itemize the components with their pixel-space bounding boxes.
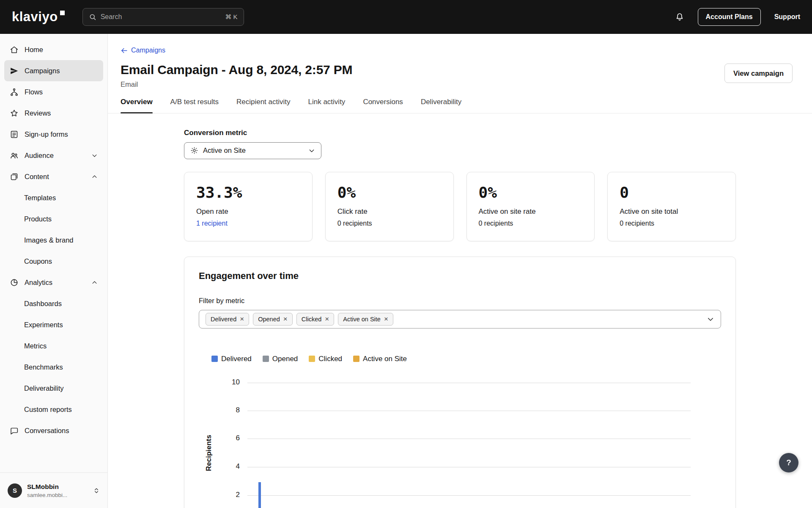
- sidebar-item-home[interactable]: Home: [4, 39, 103, 60]
- chart-bar-delivered[interactable]: [258, 482, 261, 508]
- star-icon: [10, 109, 19, 118]
- sidebar: Home Campaigns Flows Reviews Sign-up for…: [0, 34, 108, 508]
- sidebar-item-campaigns[interactable]: Campaigns: [4, 60, 103, 81]
- sidebar-item-deliverability[interactable]: Deliverability: [4, 378, 103, 399]
- sidebar-item-analytics[interactable]: Analytics: [4, 272, 103, 293]
- recipient-count-link[interactable]: 1 recipient: [196, 220, 300, 227]
- sidebar-label: Templates: [24, 194, 56, 202]
- remove-chip-icon[interactable]: ×: [384, 315, 388, 323]
- overview-tab-content: Conversion metric Active on Site 33.3% O…: [121, 113, 793, 508]
- sidebar-item-reviews[interactable]: Reviews: [4, 102, 103, 124]
- account-switcher[interactable]: S SLMobbin samlee.mobbi...: [0, 472, 107, 508]
- gridline: [247, 383, 691, 383]
- y-tick: 4: [223, 462, 240, 471]
- remove-chip-icon[interactable]: ×: [325, 315, 329, 323]
- sidebar-item-metrics[interactable]: Metrics: [4, 335, 103, 356]
- remove-chip-icon[interactable]: ×: [240, 315, 244, 323]
- chat-icon: [10, 426, 19, 435]
- chip-clicked[interactable]: Clicked ×: [296, 313, 334, 326]
- metric-filter-select[interactable]: Delivered × Opened × Clicked × Active on…: [199, 310, 721, 329]
- sidebar-label: Products: [24, 215, 52, 223]
- bell-icon: [675, 12, 684, 22]
- chip-active-on-site[interactable]: Active on Site ×: [338, 313, 393, 326]
- sidebar-label: Metrics: [24, 342, 47, 350]
- account-plans-button[interactable]: Account Plans: [698, 8, 761, 26]
- metric-card-active-on-site-rate: 0% Active on site rate 0 recipients: [466, 172, 595, 241]
- tab-link-activity[interactable]: Link activity: [308, 98, 346, 113]
- sidebar-label: Coupons: [24, 257, 52, 265]
- metric-value: 0%: [479, 184, 583, 201]
- breadcrumb-campaigns[interactable]: Campaigns: [121, 47, 165, 54]
- tab-deliverability[interactable]: Deliverability: [421, 98, 461, 113]
- sidebar-item-images-brand[interactable]: Images & brand: [4, 229, 103, 251]
- sidebar-label: Benchmarks: [24, 363, 63, 371]
- avatar: S: [8, 483, 22, 498]
- notifications-button[interactable]: [675, 12, 684, 22]
- chevron-up-down-icon: [93, 487, 100, 494]
- user-email: samlee.mobbi...: [27, 492, 67, 498]
- sidebar-item-content[interactable]: Content: [4, 166, 103, 187]
- arrow-left-icon: [121, 47, 128, 54]
- content-icon: [10, 172, 19, 181]
- sidebar-label: Images & brand: [24, 236, 73, 244]
- tab-overview[interactable]: Overview: [121, 98, 153, 113]
- metric-value: 0: [620, 184, 724, 201]
- sidebar-item-conversations[interactable]: Conversations: [4, 420, 103, 441]
- view-campaign-button[interactable]: View campaign: [724, 64, 793, 83]
- metric-label: Click rate: [337, 207, 442, 216]
- y-axis-label-wrap: Recipients: [200, 383, 218, 508]
- search-shortcut: ⌘ K: [225, 13, 237, 21]
- user-name: SLMobbin: [27, 483, 67, 491]
- conversion-metric-select[interactable]: Active on Site: [184, 142, 321, 159]
- topbar: klaviyo ⌘ K Account Plans Support: [0, 0, 812, 34]
- y-tick: 6: [223, 434, 240, 442]
- sidebar-item-experiments[interactable]: Experiments: [4, 314, 103, 335]
- remove-chip-icon[interactable]: ×: [283, 315, 288, 323]
- sidebar-item-custom-reports[interactable]: Custom reports: [4, 399, 103, 420]
- global-search[interactable]: ⌘ K: [82, 8, 244, 26]
- metric-label: Active on site rate: [479, 207, 583, 216]
- sidebar-item-signup-forms[interactable]: Sign-up forms: [4, 124, 103, 145]
- logo-flag-icon: [60, 11, 65, 15]
- sidebar-label: Audience: [25, 152, 54, 160]
- sidebar-item-dashboards[interactable]: Dashboards: [4, 293, 103, 314]
- page-header: Campaigns Email Campaign - Aug 8, 2024, …: [121, 47, 793, 88]
- sidebar-item-templates[interactable]: Templates: [4, 187, 103, 208]
- sidebar-item-coupons[interactable]: Coupons: [4, 251, 103, 272]
- legend-swatch: [263, 356, 269, 362]
- klaviyo-logo[interactable]: klaviyo: [12, 9, 65, 25]
- chevron-up-icon: [91, 174, 98, 180]
- metric-label: Active on site total: [620, 207, 724, 216]
- sidebar-item-audience[interactable]: Audience: [4, 145, 103, 166]
- chart-legend: Delivered Opened Clicked Active on Site: [211, 355, 721, 363]
- metric-value: 33.3%: [196, 184, 300, 201]
- sidebar-label: Sign-up forms: [25, 130, 68, 138]
- sidebar-item-benchmarks[interactable]: Benchmarks: [4, 356, 103, 378]
- logo-text: klaviyo: [12, 9, 58, 24]
- metric-card-click-rate: 0% Click rate 0 recipients: [325, 172, 454, 241]
- sidebar-item-flows[interactable]: Flows: [4, 81, 103, 102]
- conversion-metric-label: Conversion metric: [184, 129, 736, 137]
- chevron-down-icon[interactable]: [707, 315, 714, 323]
- main-content: Campaigns Email Campaign - Aug 8, 2024, …: [108, 34, 812, 508]
- sidebar-label: Home: [25, 46, 43, 54]
- campaign-type-label: Email: [121, 80, 793, 88]
- tab-recipient-activity[interactable]: Recipient activity: [236, 98, 291, 113]
- sidebar-item-products[interactable]: Products: [4, 208, 103, 229]
- search-input[interactable]: [101, 13, 221, 21]
- tab-ab-test-results[interactable]: A/B test results: [170, 98, 219, 113]
- legend-swatch: [211, 356, 218, 362]
- legend-item-delivered: Delivered: [211, 355, 252, 363]
- conversion-metric-value: Active on Site: [203, 146, 246, 155]
- send-icon: [10, 66, 19, 75]
- engagement-card: Engagement over time Filter by metric De…: [184, 257, 736, 508]
- analytics-icon: [10, 278, 19, 287]
- help-button[interactable]: ?: [779, 453, 798, 472]
- legend-swatch: [353, 356, 359, 362]
- chip-delivered[interactable]: Delivered ×: [206, 313, 249, 326]
- chip-opened[interactable]: Opened ×: [253, 313, 293, 326]
- sidebar-label: Reviews: [25, 109, 51, 117]
- tab-conversions[interactable]: Conversions: [363, 98, 403, 113]
- support-link[interactable]: Support: [774, 13, 800, 21]
- metric-label: Open rate: [196, 207, 300, 216]
